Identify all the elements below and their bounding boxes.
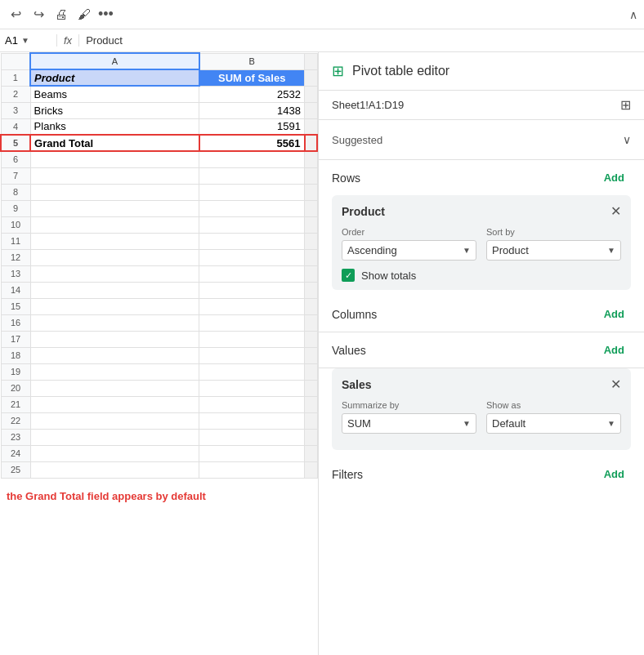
cell-6-b[interactable]: [199, 151, 305, 167]
cell-11-a[interactable]: [30, 233, 199, 249]
format-icon[interactable]: 🖌: [75, 6, 93, 24]
suggested-chevron-icon[interactable]: ∨: [623, 133, 631, 146]
print-icon[interactable]: 🖨: [52, 6, 70, 24]
row-num-21: 21: [1, 396, 30, 412]
columns-add-button[interactable]: Add: [597, 306, 631, 322]
pivot-panel: ⊞ Pivot table editor Sheet1!A1:D19 ⊞ Sug…: [319, 52, 644, 655]
cell-22-b[interactable]: [199, 412, 305, 429]
cell-23-a[interactable]: [30, 429, 199, 445]
cell-19-b[interactable]: [199, 363, 305, 380]
scrollbar-row-22: [305, 412, 318, 429]
collapse-icon[interactable]: ∧: [629, 8, 637, 21]
show-as-select[interactable]: Default ▼: [486, 413, 621, 434]
show-totals-checkbox[interactable]: ✓: [342, 269, 355, 282]
values-add-button[interactable]: Add: [597, 342, 631, 358]
cell-10-a[interactable]: [30, 216, 199, 233]
cell-21-b[interactable]: [199, 396, 305, 412]
row-num-17: 17: [1, 331, 30, 347]
cell-13-b[interactable]: [199, 265, 305, 282]
cell-2-a[interactable]: Beams: [30, 86, 199, 102]
more-options-icon[interactable]: •••: [98, 6, 114, 23]
col-header-b[interactable]: B: [199, 53, 305, 69]
cell-ref-dropdown-icon[interactable]: ▼: [21, 36, 29, 45]
cell-20-b[interactable]: [199, 380, 305, 396]
cell-11-b[interactable]: [199, 233, 305, 249]
cell-7-a[interactable]: [30, 167, 199, 184]
scrollbar-row-25: [305, 461, 318, 478]
cell-9-b[interactable]: [199, 200, 305, 216]
cell-24-a[interactable]: [30, 445, 199, 461]
cell-18-b[interactable]: [199, 347, 305, 363]
cell-15-b[interactable]: [199, 298, 305, 314]
cell-5-a[interactable]: Grand Total: [30, 135, 199, 151]
cell-6-a[interactable]: [30, 151, 199, 167]
row-num-6: 6: [1, 151, 30, 167]
cell-17-a[interactable]: [30, 331, 199, 347]
cell-2-b[interactable]: 2532: [199, 86, 305, 102]
filters-label: Filters: [332, 468, 363, 481]
cell-4-a[interactable]: Planks: [30, 118, 199, 135]
row-num-9: 9: [1, 200, 30, 216]
product-card-header: Product ✕: [342, 203, 621, 219]
cell-1-b[interactable]: SUM of Sales: [199, 69, 305, 86]
data-range-text: Sheet1!A1:D19: [332, 99, 404, 111]
rows-label: Rows: [332, 172, 360, 185]
summarize-field-group: Summarize by SUM ▼: [342, 400, 476, 434]
cell-5-b[interactable]: 5561: [199, 135, 305, 151]
scrollbar-row-18: [305, 347, 318, 363]
cell-10-b[interactable]: [199, 216, 305, 233]
order-select[interactable]: Ascending ▼: [342, 240, 476, 261]
product-card-fields: Order Ascending ▼ Sort by Product ▼: [342, 227, 621, 261]
redo-icon[interactable]: ↪: [29, 6, 47, 24]
cell-ref-value: A1: [5, 34, 18, 47]
cell-25-a[interactable]: [30, 461, 199, 478]
cell-7-b[interactable]: [199, 167, 305, 184]
cell-23-b[interactable]: [199, 429, 305, 445]
cell-13-a[interactable]: [30, 265, 199, 282]
cell-19-a[interactable]: [30, 363, 199, 380]
scrollbar-row-17: [305, 331, 318, 347]
cell-1-a[interactable]: Product: [30, 69, 199, 86]
cell-12-a[interactable]: [30, 249, 199, 265]
cell-18-a[interactable]: [30, 347, 199, 363]
scrollbar-row-9: [305, 200, 318, 216]
summarize-select[interactable]: SUM ▼: [342, 413, 476, 434]
row-num-3: 3: [1, 102, 30, 118]
undo-icon[interactable]: ↩: [7, 6, 25, 24]
scrollbar-row-20: [305, 380, 318, 396]
cell-16-b[interactable]: [199, 314, 305, 331]
cell-25-b[interactable]: [199, 461, 305, 478]
cell-22-a[interactable]: [30, 412, 199, 429]
cell-14-a[interactable]: [30, 282, 199, 298]
cell-8-b[interactable]: [199, 184, 305, 200]
cell-21-a[interactable]: [30, 396, 199, 412]
corner-cell: [1, 53, 30, 69]
cell-17-b[interactable]: [199, 331, 305, 347]
data-range-row: Sheet1!A1:D19 ⊞: [319, 91, 644, 120]
cell-reference[interactable]: A1 ▼: [0, 34, 57, 47]
cell-20-a[interactable]: [30, 380, 199, 396]
scrollbar-row-3: [305, 102, 318, 118]
cell-9-a[interactable]: [30, 200, 199, 216]
scrollbar-row-5: [305, 135, 318, 151]
cell-24-b[interactable]: [199, 445, 305, 461]
cell-15-a[interactable]: [30, 298, 199, 314]
cell-16-a[interactable]: [30, 314, 199, 331]
grid-select-icon[interactable]: ⊞: [620, 97, 631, 113]
filters-add-button[interactable]: Add: [597, 466, 631, 482]
cell-3-a[interactable]: Bricks: [30, 102, 199, 118]
scrollbar-row-23: [305, 429, 318, 445]
rows-add-button[interactable]: Add: [597, 170, 631, 185]
col-header-a[interactable]: A: [30, 53, 199, 69]
cell-3-b[interactable]: 1438: [199, 102, 305, 118]
cell-14-b[interactable]: [199, 282, 305, 298]
cell-4-b[interactable]: 1591: [199, 118, 305, 135]
product-card-close-button[interactable]: ✕: [610, 203, 621, 219]
scrollbar-row-14: [305, 282, 318, 298]
sales-card-close-button[interactable]: ✕: [610, 377, 621, 392]
order-field-group: Order Ascending ▼: [342, 227, 476, 261]
cell-12-b[interactable]: [199, 249, 305, 265]
sort-by-select[interactable]: Product ▼: [486, 240, 621, 261]
row-num-14: 14: [1, 282, 30, 298]
cell-8-a[interactable]: [30, 184, 199, 200]
